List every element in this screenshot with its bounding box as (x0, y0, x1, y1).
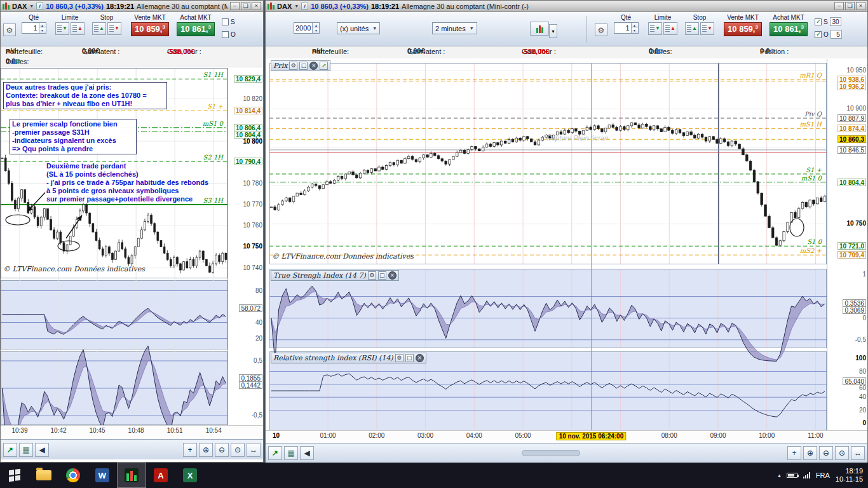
gear-icon[interactable]: ⚙ (658, 48, 664, 55)
minimize-button[interactable]: – (834, 2, 844, 10)
units-stepper[interactable]: 2000 ▲▼ (294, 22, 320, 34)
sell-market-button[interactable]: 10 859,3 (724, 22, 762, 36)
s-value[interactable]: 30 (830, 17, 841, 26)
panel-tools-icon[interactable]: ⚙ (368, 271, 376, 280)
stop-suiveur-checkbox[interactable] (222, 18, 229, 25)
symbol-dropdown-icon[interactable]: ▼ (294, 4, 299, 8)
panel-popout-icon[interactable]: □ (405, 354, 414, 362)
price-chart-left[interactable]: S1 1HS1 +mS1 0S2 1HS3 1H 10 829,410 8201… (1, 68, 263, 425)
grid-icon[interactable]: ▦ (284, 446, 298, 460)
taskbar-excel-icon[interactable]: X (175, 463, 205, 488)
quantity-stepper[interactable]: 1 ▲▼ (614, 22, 639, 34)
panel-popout-icon[interactable]: □ (378, 271, 386, 280)
pan-icon[interactable]: ↔ (247, 443, 261, 457)
timeframe-select[interactable]: 2 minutes (432, 22, 477, 34)
instrument-description: Allemagne 30 au comptant (Mini-contr (-) (402, 3, 832, 10)
crosshair-icon[interactable]: + (787, 446, 801, 460)
qty-value[interactable]: 1 (614, 24, 631, 32)
oco-checkbox[interactable] (815, 31, 822, 38)
axis-label: 10 780 (243, 180, 262, 187)
oco-checkbox[interactable] (222, 31, 229, 38)
time-axis[interactable]: 10:3910:4210:4510:4810:5110:54 (1, 425, 263, 437)
qty-value[interactable]: 1 (22, 24, 39, 32)
units-value[interactable]: 2000 (294, 24, 312, 32)
close-button[interactable]: × (856, 2, 865, 10)
collapse-left-icon[interactable]: ◀ (300, 446, 314, 460)
zoom-in-icon[interactable]: ⊕ (199, 443, 213, 457)
axis-label: 0 (862, 315, 866, 322)
info-icon[interactable]: i (36, 3, 43, 10)
sell-limit-button[interactable]: ▲ (663, 22, 677, 35)
panel-expand-icon[interactable]: ↗ (320, 62, 328, 70)
buy-limit-button[interactable]: ▼ (55, 22, 69, 35)
draw-trend-icon[interactable]: ↗ (3, 443, 17, 457)
symbol-label[interactable]: DAX (12, 3, 27, 10)
stop-suiveur-checkbox[interactable] (815, 18, 822, 25)
draw-trend-icon[interactable]: ↗ (268, 446, 282, 460)
zoom-reset-icon[interactable]: ⊙ (835, 446, 849, 460)
info-icon[interactable]: i (301, 3, 308, 10)
close-button[interactable]: × (252, 2, 261, 10)
price-axis[interactable]: 10 95010 938,610 936,210 90010 887,910 8… (827, 59, 867, 430)
taskbar-trading-app-icon[interactable] (117, 463, 146, 488)
qty-down-icon[interactable]: ▼ (631, 28, 638, 33)
taskbar-chrome-icon[interactable] (58, 463, 88, 488)
buy-market-button[interactable]: 10 861,3 (177, 22, 215, 36)
price-chart-right[interactable]: mR1 QPiv QmS1 HS1 +mS1 0S1 0mS2 + 10 950… (266, 59, 867, 430)
chart-style-button[interactable] (530, 22, 549, 36)
symbol-dropdown-icon[interactable]: ▼ (29, 4, 34, 8)
taskbar-explorer-icon[interactable] (29, 463, 58, 488)
taskbar-acrobat-icon[interactable]: A (146, 463, 175, 488)
buy-market-button[interactable]: 10 861,3 (770, 22, 808, 36)
language-indicator[interactable]: FRA (816, 471, 830, 479)
sell-market-button[interactable]: 10 859,3 (131, 22, 169, 36)
panel-close-icon[interactable]: × (309, 62, 318, 70)
minimize-button[interactable]: – (230, 2, 240, 10)
units-down-icon[interactable]: ▼ (312, 28, 319, 33)
tray-expand-icon[interactable]: ▴ (778, 472, 781, 478)
gear-icon[interactable]: ⚙ (770, 48, 775, 55)
candlestick-chart[interactable]: mR1 QPiv QmS1 HS1 +mS1 0S1 0mS2 + (269, 59, 827, 430)
chart-scrollbar[interactable] (522, 450, 580, 456)
panel-close-icon[interactable]: × (388, 271, 397, 280)
gear-icon[interactable]: ⚙ (15, 58, 21, 65)
units-select[interactable]: (x) unités (337, 22, 380, 34)
tray-time: 18:19 (845, 467, 863, 475)
taskbar: W A X ▴ FRA 18:19 10-11-15 (0, 463, 868, 488)
zoom-in-icon[interactable]: ⊕ (803, 446, 817, 460)
o-value[interactable]: 5 (831, 30, 842, 39)
sell-stop-button[interactable]: ▼ (700, 22, 714, 35)
time-label: 08:00 (661, 432, 677, 439)
taskbar-word-icon[interactable]: W (88, 463, 117, 488)
symbol-label[interactable]: DAX (277, 3, 292, 10)
qty-down-icon[interactable]: ▼ (39, 28, 46, 33)
zoom-out-icon[interactable]: ⊖ (215, 443, 229, 457)
panel-close-icon[interactable]: × (416, 354, 424, 362)
time-axis[interactable]: 1001:0002:0003:0004:0005:0010 nov. 2015 … (266, 430, 867, 442)
restore-button[interactable]: ❑ (845, 2, 855, 10)
zoom-reset-icon[interactable]: ⊙ (231, 443, 245, 457)
restore-button[interactable]: ❑ (241, 2, 250, 10)
qty-up-icon[interactable]: ▲ (631, 23, 638, 28)
settings-icon[interactable] (3, 24, 16, 36)
units-up-icon[interactable]: ▲ (312, 23, 319, 28)
settings-icon[interactable] (595, 24, 607, 36)
grid-icon[interactable]: ▦ (19, 443, 33, 457)
panel-tools-icon[interactable]: ⚙ (289, 62, 297, 70)
zoom-out-icon[interactable]: ⊖ (819, 446, 833, 460)
quantity-stepper[interactable]: 1 ▲▼ (22, 22, 46, 34)
buy-stop-button[interactable]: ▲ (92, 22, 106, 35)
panel-tools-icon[interactable]: ⚙ (395, 354, 403, 362)
panel-popout-icon[interactable]: □ (299, 62, 308, 70)
qty-up-icon[interactable]: ▲ (39, 23, 46, 28)
sell-stop-button[interactable]: ▼ (107, 22, 121, 35)
chart-style-dropdown-icon[interactable]: ▼ (549, 24, 557, 38)
pan-icon[interactable]: ↔ (851, 446, 865, 460)
buy-stop-button[interactable]: ▲ (685, 22, 699, 35)
collapse-left-icon[interactable]: ◀ (35, 443, 49, 457)
buy-limit-button[interactable]: ▼ (648, 22, 662, 35)
crosshair-icon[interactable]: + (183, 443, 197, 457)
sell-limit-button[interactable]: ▲ (71, 22, 85, 35)
price-axis[interactable]: 10 829,410 82010 814,410 806,410 804,410… (227, 68, 263, 425)
start-button[interactable] (0, 463, 29, 488)
